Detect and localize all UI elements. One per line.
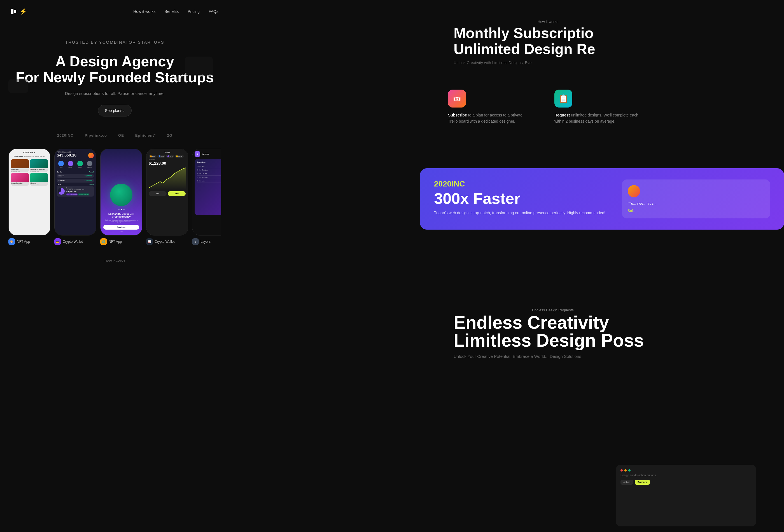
exchange-screen: Exchange, Buy & Sell Cryptocurrency Easi… xyxy=(101,149,142,235)
nft1-label: NFT App xyxy=(17,240,30,244)
buy-button[interactable]: Buy xyxy=(168,191,186,196)
coin-btc[interactable]: BTC xyxy=(149,155,157,158)
portfolio-section: Collections Collectibles Photography Vid… xyxy=(0,143,230,253)
layer-text-4: Att... tre... xyxy=(202,176,208,178)
card-label-nft1: 🎨 NFT App xyxy=(8,238,50,245)
layer-date-4: 22 Jan: xyxy=(197,176,201,178)
nft-tab-photography[interactable]: Photography xyxy=(24,156,34,157)
nft-item-2[interactable]: MutantApeYachtClub A Collection of 10 xyxy=(30,159,48,172)
minimize-dot xyxy=(624,469,627,472)
testimonial-quote-box: "Tu... nee... trus... Sof... xyxy=(622,179,770,218)
action-request[interactable]: Reque... xyxy=(66,161,75,168)
layer-text-3: Co... an... xyxy=(202,173,208,174)
hero-headline-line1: A Design Agency xyxy=(55,53,174,69)
monthly-line2: Unlimited Design Re xyxy=(454,41,595,57)
dot-1 xyxy=(118,209,119,210)
card1-amount: $4,570.80 xyxy=(85,175,92,177)
how-it-works-bottom: How it works xyxy=(0,253,230,269)
nft-tab-games[interactable]: Video Games xyxy=(35,156,45,157)
monthly-line1: Monthly Subscriptio xyxy=(454,25,594,41)
brand-desc: Tuono's web design is top-notch, transfo… xyxy=(434,210,605,216)
logo-bar-2 xyxy=(14,10,16,13)
testimonial-brand: 2020INC 300x Faster Tuono's web design i… xyxy=(434,179,605,216)
nft2-icon: 🌐 xyxy=(100,238,107,245)
busd-dot xyxy=(176,156,178,157)
layers-item-3[interactable]: 23 Jan: Co... an... xyxy=(197,172,221,175)
device-traffic-lights xyxy=(620,469,752,472)
layers-item-1[interactable]: 25 Jan: Sto... xyxy=(197,165,221,168)
how-it-works-label-bottom: How it works xyxy=(105,259,125,263)
nav-benefits[interactable]: Benefits xyxy=(165,9,179,14)
exchange-skip[interactable]: Skip xyxy=(119,231,123,232)
coin-ada[interactable]: ADA xyxy=(157,155,165,158)
card2-name: Salary 2 xyxy=(58,180,65,181)
tag-entertainment: 73% Entertainment xyxy=(66,194,78,195)
action-qr[interactable]: QR Code xyxy=(85,161,94,168)
logo[interactable]: ⚡ xyxy=(11,8,27,15)
nav-faqs[interactable]: FAQs xyxy=(208,9,218,14)
trade-title: Trade xyxy=(149,151,186,154)
coin-eth[interactable]: ETH xyxy=(166,155,174,158)
exchange-continue-btn[interactable]: Continue xyxy=(103,225,139,230)
wallet-card-2[interactable]: Salary 2 $4,570.80 xyxy=(57,179,94,183)
trade-chart xyxy=(149,167,186,190)
monthly-heading: Monthly Subscriptio Unlimited Design Re xyxy=(454,25,778,57)
wallet1-label: Crypto Wallet xyxy=(63,240,83,244)
view-all[interactable]: View all xyxy=(89,171,94,173)
other-view-all[interactable]: View all xyxy=(89,184,94,185)
monthly-heading-block: Monthly Subscriptio Unlimited Design Re … xyxy=(454,25,778,65)
sell-button[interactable]: Sell xyxy=(149,191,167,196)
nft-title: Collections xyxy=(11,151,48,154)
layer-date-2: 24 Jan: xyxy=(197,169,201,171)
testimonial-card: 2020INC 300x Faster Tuono's web design i… xyxy=(420,168,784,230)
hero-section: Trusted By YCombinator Startups A Design… xyxy=(0,23,230,128)
wallet-balance: $43,650.10 xyxy=(57,153,77,157)
see-plans-button[interactable]: See plans › xyxy=(98,105,132,116)
layer-text-2: Re... de... xyxy=(202,169,208,171)
nav-pricing[interactable]: Pricing xyxy=(188,9,200,14)
layers-card-icon: ◈ xyxy=(192,238,199,245)
expense-amount: $4,570.80 xyxy=(66,190,89,193)
nft-item-1[interactable]: Bored Ape A Collection of 10 xyxy=(11,159,29,172)
monthly-subtext: Unlock Creativity with Limitless Designs… xyxy=(454,60,778,65)
nav-links: How it works Benefits Pricing FAQs xyxy=(133,9,218,14)
layers-item-5[interactable]: 21 Jan: Lau... xyxy=(197,179,221,183)
logo-bar-1 xyxy=(11,9,13,14)
layer-date-3: 23 Jan: xyxy=(197,173,201,174)
expense-tags: 73% Entertainment 6% Food and Drink xyxy=(66,194,89,195)
step1-text: Subscribe to a plan for access to a priv… xyxy=(448,112,532,124)
card-label-layers: ◈ Layers xyxy=(192,238,221,245)
action-send[interactable]: Send xyxy=(57,161,65,168)
device-mockup: Design call-to-action buttons. Action Pr… xyxy=(616,465,756,526)
action-inout[interactable]: In & Out xyxy=(76,161,84,168)
expense-item[interactable]: Expenses 31 June 2021 - 19 June 2021 $4,… xyxy=(57,186,94,197)
coin-busd[interactable]: BUSD xyxy=(175,155,184,158)
brand-ephicient: Ephicient° xyxy=(135,133,156,138)
ada-dot xyxy=(159,156,161,157)
nft-tab-collectibles[interactable]: Collectibles xyxy=(14,156,23,157)
dot-2 xyxy=(121,209,122,210)
wallet-card-1[interactable]: Salary $4,570.80 xyxy=(57,174,94,178)
endless-section-label: Endless Design Requests xyxy=(532,308,574,312)
trusted-text: Trusted By YCombinator Startups xyxy=(11,40,218,45)
device-primary-btn[interactable]: Primary xyxy=(635,480,650,485)
layers-item-4[interactable]: 22 Jan: Att... tre... xyxy=(197,175,221,179)
layers-item-2[interactable]: 24 Jan: Re... de... xyxy=(197,168,221,172)
layers-label: Layers xyxy=(200,240,211,244)
tag-food: 6% Food and Drink xyxy=(78,194,89,195)
wallet1-icon: 💳 xyxy=(54,238,61,245)
wallet-avatar xyxy=(88,152,94,158)
nav-how-it-works[interactable]: How it works xyxy=(133,9,156,14)
right-top: How it works Monthly Subscriptio Unlimit… xyxy=(230,0,784,252)
nft-item-4[interactable]: Mocene A Collection of 10 xyxy=(30,173,48,186)
layers-app-name: Layers xyxy=(202,153,209,156)
nft-label-1: Bored Ape xyxy=(11,168,29,170)
wallet-actions: Send Reque... In & Out xyxy=(57,161,94,168)
brand-2020inc: 2020INC xyxy=(57,133,73,138)
coin-chips: BTC ADA ETH xyxy=(149,155,186,158)
expense-chart xyxy=(58,188,65,195)
nft-item-3[interactable]: Pudgy Penguins A Collection of 10 xyxy=(11,173,29,186)
step2-icon: 📋 xyxy=(554,90,572,108)
portfolio-card-exchange: Exchange, Buy & Sell Cryptocurrency Easi… xyxy=(100,149,142,245)
device-action-btn[interactable]: Action xyxy=(620,480,633,485)
